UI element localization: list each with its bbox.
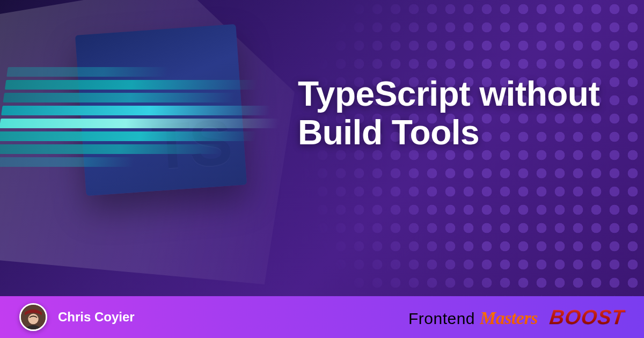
streak-bar bbox=[6, 67, 169, 77]
article-title: TypeScript without Build Tools bbox=[298, 75, 606, 152]
streak-bar bbox=[0, 119, 280, 128]
svg-point-1 bbox=[28, 314, 38, 324]
brand-frontend-masters: Frontend Masters bbox=[408, 308, 538, 328]
streak-bar bbox=[1, 106, 271, 115]
brand-word-frontend: Frontend bbox=[408, 310, 475, 327]
streak-bar bbox=[0, 131, 257, 141]
avatar-placeholder-icon bbox=[21, 305, 46, 329]
social-card: TypeScript without Build Tools Chris Coy… bbox=[0, 0, 644, 338]
brand-word-masters: Masters bbox=[480, 308, 538, 328]
streak-bar bbox=[0, 157, 135, 167]
streak-bar bbox=[5, 80, 259, 90]
streak-bar bbox=[3, 93, 235, 102]
streak-bar bbox=[0, 144, 223, 154]
brand-lockup: Frontend Masters BOOST bbox=[408, 306, 625, 329]
author-bar: Chris Coyier Frontend Masters BOOST bbox=[0, 296, 644, 338]
streak-bars bbox=[0, 62, 298, 185]
brand-word-boost: BOOST bbox=[548, 306, 626, 329]
author-name: Chris Coyier bbox=[58, 310, 398, 325]
author-avatar bbox=[19, 303, 47, 331]
